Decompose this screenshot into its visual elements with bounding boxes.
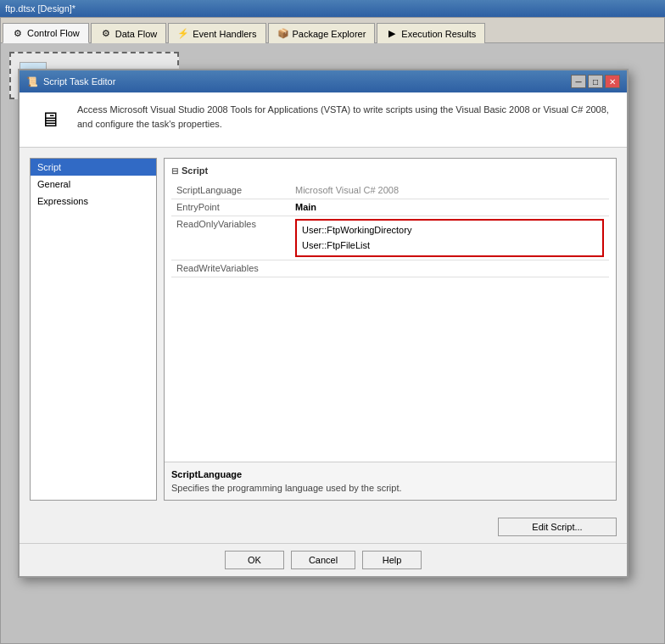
prop-label-script-language: ScriptLanguage	[171, 182, 290, 199]
help-button[interactable]: Help	[362, 551, 422, 569]
section-title: Script	[182, 165, 208, 176]
left-panel: Script General Expressions	[30, 158, 157, 501]
tab-package-explorer[interactable]: 📦 Package Explorer	[268, 23, 376, 43]
modal-header: 🖥 Access Microsoft Visual Studio 2008 To…	[20, 92, 627, 148]
tab-package-explorer-label: Package Explorer	[293, 29, 366, 39]
modal-header-text: Access Microsoft Visual Studio 2008 Tool…	[77, 103, 613, 131]
property-row-script-language: ScriptLanguage Microsoft Visual C# 2008	[171, 182, 609, 199]
modal-header-icon: 🖥	[33, 103, 67, 137]
tab-control-flow-label: Control Flow	[27, 28, 80, 38]
script-task-editor-dialog: 📜 Script Task Editor ─ □ ✕ 🖥 Access Micr…	[18, 69, 629, 578]
close-button[interactable]: ✕	[605, 75, 620, 88]
tab-event-handlers[interactable]: ⚡ Event Handlers	[168, 23, 265, 43]
left-panel-script-label: Script	[37, 162, 61, 172]
tab-event-handlers-label: Event Handlers	[193, 29, 256, 39]
prop-value-readwrite	[290, 260, 609, 277]
edit-script-row: Edit Script...	[20, 511, 627, 543]
modal-footer: OK Cancel Help	[20, 543, 627, 576]
property-row-readonly: ReadOnlyVariables User::FtpWorkingDirect…	[171, 216, 609, 260]
right-panel-content: ⊟ Script ScriptLanguage Microsoft Visual…	[165, 159, 616, 462]
modal-title-icon: 📜	[26, 76, 38, 87]
data-flow-icon: ⚙	[100, 28, 112, 40]
tab-bar: ⚙ Control Flow ⚙ Data Flow ⚡ Event Handl…	[1, 18, 664, 43]
maximize-button[interactable]: □	[588, 75, 603, 88]
left-panel-general-label: General	[37, 179, 70, 189]
property-row-readwrite: ReadWriteVariables	[171, 260, 609, 277]
prop-label-readwrite: ReadWriteVariables	[171, 260, 290, 277]
left-panel-expressions-label: Expressions	[37, 196, 88, 206]
modal-title-left: 📜 Script Task Editor	[26, 76, 115, 87]
footer-title: ScriptLanguage	[171, 469, 609, 479]
title-bar-label: ftp.dtsx [Design]*	[5, 3, 75, 14]
property-table: ScriptLanguage Microsoft Visual C# 2008 …	[171, 182, 609, 277]
footer-desc: Specifies the programming language used …	[171, 483, 609, 493]
execution-results-icon: ▶	[386, 28, 398, 40]
minimize-button[interactable]: ─	[571, 75, 586, 88]
readwrite-value-line1: User::FtpFileList	[302, 238, 597, 254]
right-panel: ⊟ Script ScriptLanguage Microsoft Visual…	[164, 158, 617, 501]
title-bar: ftp.dtsx [Design]*	[0, 0, 665, 17]
modal-title-label: Script Task Editor	[43, 76, 115, 87]
section-header: ⊟ Script	[171, 165, 609, 176]
readonly-value-line1: User::FtpWorkingDirectory	[302, 223, 597, 238]
tab-data-flow-label: Data Flow	[115, 29, 158, 39]
left-panel-item-script[interactable]: Script	[31, 159, 156, 176]
prop-label-readonly: ReadOnlyVariables	[171, 216, 290, 260]
cancel-button[interactable]: Cancel	[291, 551, 355, 569]
left-panel-item-general[interactable]: General	[31, 176, 156, 193]
prop-label-entry-point: EntryPoint	[171, 199, 290, 216]
main-window: ⚙ Control Flow ⚙ Data Flow ⚡ Event Handl…	[0, 17, 665, 644]
property-row-entry-point: EntryPoint Main	[171, 199, 609, 216]
modal-title-bar: 📜 Script Task Editor ─ □ ✕	[20, 70, 627, 92]
edit-script-button[interactable]: Edit Script...	[498, 518, 617, 536]
left-panel-item-expressions[interactable]: Expressions	[31, 193, 156, 210]
prop-value-readonly[interactable]: User::FtpWorkingDirectory User::FtpFileL…	[290, 216, 609, 260]
tab-execution-results[interactable]: ▶ Execution Results	[377, 23, 485, 43]
package-explorer-icon: 📦	[277, 28, 289, 40]
tab-data-flow[interactable]: ⚙ Data Flow	[91, 23, 167, 43]
ok-button[interactable]: OK	[225, 551, 284, 569]
content-area: 🖥 Get filelist of ftp site 📜 Script Task…	[1, 43, 664, 643]
tab-control-flow[interactable]: ⚙ Control Flow	[3, 23, 89, 43]
prop-value-entry-point: Main	[290, 199, 609, 216]
tab-execution-results-label: Execution Results	[401, 29, 476, 39]
modal-controls: ─ □ ✕	[571, 75, 620, 88]
prop-value-script-language: Microsoft Visual C# 2008	[290, 182, 609, 199]
event-handlers-icon: ⚡	[177, 28, 189, 40]
modal-body: Script General Expressions ⊟	[20, 148, 627, 511]
readonly-highlighted-box[interactable]: User::FtpWorkingDirectory User::FtpFileL…	[295, 219, 604, 257]
expand-icon: ⊟	[171, 166, 178, 176]
control-flow-icon: ⚙	[12, 27, 24, 39]
right-panel-footer: ScriptLanguage Specifies the programming…	[165, 462, 616, 500]
